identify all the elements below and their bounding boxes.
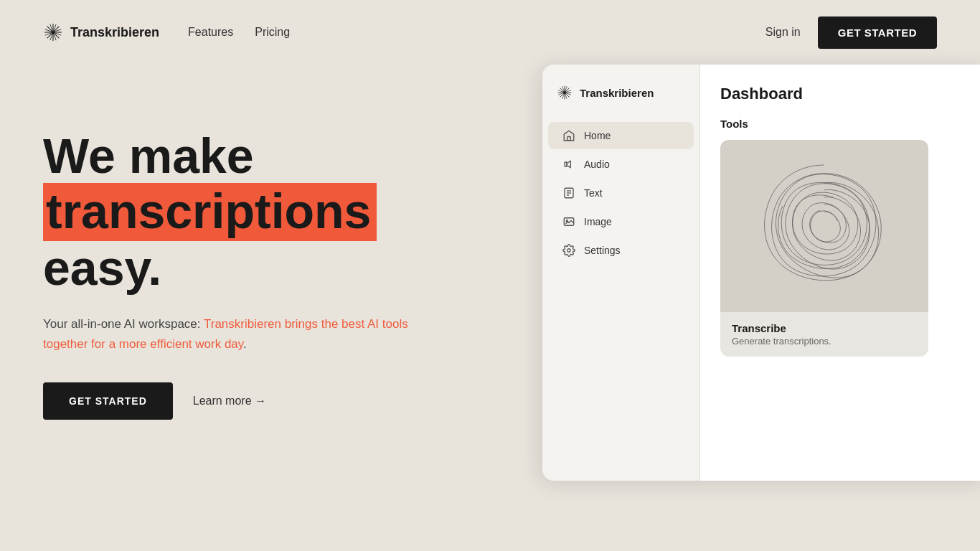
nav-link-pricing[interactable]: Pricing	[255, 26, 290, 39]
tools-label: Tools	[720, 118, 967, 130]
learn-more-link[interactable]: Learn more →	[193, 395, 266, 408]
dashboard-logo: Transkribieren	[542, 85, 699, 121]
hero-actions: GET STARTED Learn more →	[43, 382, 488, 420]
hero-section: We make transcriptions easy. Your all-in…	[43, 108, 488, 420]
hero-get-started-button[interactable]: GET STARTED	[43, 382, 173, 420]
sidebar-item-home[interactable]: Home	[548, 122, 694, 149]
sidebar-item-image[interactable]: Image	[548, 208, 694, 235]
text-icon	[562, 187, 575, 199]
navbar: Transkribieren Features Pricing Sign in …	[0, 0, 980, 65]
spiral-graphic	[738, 147, 910, 305]
nav-left: Transkribieren Features Pricing	[43, 22, 290, 42]
logo-text: Transkribieren	[70, 25, 159, 40]
svg-point-17	[563, 91, 565, 93]
dashboard-sidebar: Transkribieren Home Audio	[542, 65, 700, 481]
hero-highlight: transcriptions	[43, 183, 377, 241]
home-icon	[562, 129, 575, 142]
svg-point-8	[52, 31, 55, 34]
dashboard-logo-text: Transkribieren	[580, 87, 654, 99]
nav-get-started-button[interactable]: GET STARTED	[818, 17, 937, 49]
nav-link-features[interactable]: Features	[188, 26, 233, 39]
sidebar-item-settings[interactable]: Settings	[548, 237, 694, 264]
settings-icon	[562, 244, 575, 257]
audio-icon	[562, 158, 575, 171]
svg-point-26	[567, 249, 571, 253]
sign-in-link[interactable]: Sign in	[765, 26, 801, 39]
dashboard-main: Dashboard Tools	[700, 65, 980, 481]
tool-card-description: Generate transcriptions.	[732, 336, 917, 347]
sidebar-item-text[interactable]: Text	[548, 179, 694, 207]
svg-rect-18	[567, 137, 571, 141]
tool-card-info: Transcribe Generate transcriptions.	[720, 312, 928, 357]
tool-card-transcribe[interactable]: Transcribe Generate transcriptions.	[720, 140, 928, 357]
nav-links: Features Pricing	[188, 26, 290, 39]
hero-title: We make transcriptions easy.	[43, 129, 488, 294]
dashboard-title: Dashboard	[720, 85, 967, 103]
tool-card-title: Transcribe	[732, 322, 917, 334]
dashboard-preview: Transkribieren Home Audio	[542, 65, 980, 481]
logo[interactable]: Transkribieren	[43, 22, 159, 42]
logo-icon	[43, 22, 63, 42]
sidebar-item-audio[interactable]: Audio	[548, 151, 694, 178]
image-icon	[562, 215, 575, 228]
hero-subtitle-link: Transkribieren brings the best AI tools …	[43, 317, 408, 350]
tool-card-image	[720, 140, 928, 312]
nav-right: Sign in GET STARTED	[765, 17, 937, 49]
dashboard-logo-icon	[557, 85, 573, 100]
hero-subtitle: Your all-in-one AI workspace: Transkribi…	[43, 314, 416, 353]
main-content: We make transcriptions easy. Your all-in…	[0, 65, 980, 420]
